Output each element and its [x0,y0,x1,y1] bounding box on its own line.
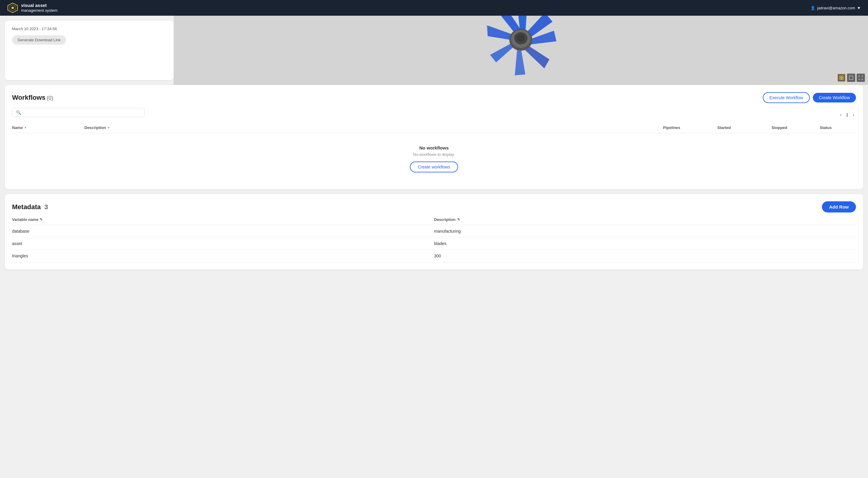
svg-rect-13 [842,78,843,79]
empty-subtitle: No workflows to display. [17,152,851,157]
logo-icon [7,2,18,13]
search-pagination-row: 🔍 ‹ 1 › [12,108,856,122]
svg-rect-14 [849,76,853,79]
workflows-section: Workflows (0) Execute Workflow Create Wo… [5,85,863,189]
execute-workflow-button[interactable]: Execute Workflow [763,92,810,103]
meta-description-1: blades [434,241,856,246]
variable-edit-icon[interactable]: ✎ [40,218,42,222]
description-edit-icon[interactable]: ✎ [457,218,460,222]
page-number: 1 [846,113,848,117]
workflows-search-input[interactable] [24,110,141,115]
create-workflows-link-button[interactable]: Create workflows [410,162,458,172]
svg-point-2 [11,7,14,9]
3d-viewer [174,16,868,85]
workflows-empty-state: No workflows No workflows to display. Cr… [12,136,856,182]
col-pipelines: Pipelines [663,125,717,130]
user-menu[interactable]: 👤 jadravi@amazon.com ▼ [810,6,861,10]
metadata-title-group: Metadata 3 [12,203,48,211]
metadata-section: Metadata 3 Add Row Variable name ✎ Descr… [5,194,863,269]
top-section: March 10 2023 - 17:34:56 Generate Downlo… [0,16,868,85]
single-view-button[interactable] [847,73,855,82]
fullscreen-button[interactable] [857,73,865,82]
metadata-title: Metadata [12,203,41,211]
create-workflow-button[interactable]: Create Workflow [813,93,856,102]
next-page-button[interactable]: › [851,111,856,118]
workflows-header: Workflows (0) Execute Workflow Create Wo… [12,92,856,103]
side-panel: March 10 2023 - 17:34:56 Generate Downlo… [5,21,174,80]
user-email: jadravi@amazon.com [817,6,855,10]
add-row-button[interactable]: Add Row [822,201,856,213]
main-content: March 10 2023 - 17:34:56 Generate Downlo… [0,16,868,279]
content-area: Workflows (0) Execute Workflow Create Wo… [0,85,868,279]
workflows-title-group: Workflows (0) [12,94,53,102]
workflows-table-header: Name ▼ Description ▼ Pipelines Started S… [12,125,856,133]
pagination: ‹ 1 › [838,111,856,118]
meta-variable-2: triangles [12,253,434,258]
prev-page-button[interactable]: ‹ [838,111,844,118]
description-sort-icon[interactable]: ▼ [107,126,110,129]
meta-col-description: Description ✎ [434,217,856,222]
logo-text: visual asset management system [21,2,58,13]
metadata-row-2: triangles 300 [12,250,856,262]
workflows-title: Workflows [12,94,45,101]
workflows-count: (0) [47,95,53,101]
3d-model-svg [478,16,563,85]
metadata-count: 3 [44,203,48,211]
col-started: Started [717,125,772,130]
metadata-table-header: Variable name ✎ Description ✎ [12,217,856,225]
3d-viewport [174,16,868,85]
col-status: Status [820,125,856,130]
meta-variable-1: asset [12,241,434,246]
meta-variable-0: database [12,229,434,233]
metadata-row-1: asset blades [12,237,856,250]
empty-title: No workflows [17,145,851,150]
metadata-row-0: database manufacturing [12,225,856,237]
viewer-controls [837,73,865,82]
search-icon: 🔍 [16,110,21,115]
col-description: Description ▼ [84,125,663,130]
user-icon: 👤 [810,6,815,10]
asset-date: March 10 2023 - 17:34:56 [12,27,166,31]
col-stopped: Stopped [772,125,820,130]
col-name: Name ▼ [12,125,84,130]
generate-download-link-button[interactable]: Generate Download Link [12,35,66,44]
name-sort-icon[interactable]: ▼ [24,126,27,129]
workflows-search-bar[interactable]: 🔍 [12,108,145,117]
svg-rect-12 [840,78,841,79]
metadata-header: Metadata 3 Add Row [12,201,856,213]
meta-description-0: manufacturing [434,229,856,233]
logo: visual asset management system [7,2,58,13]
workflows-actions: Execute Workflow Create Workflow [763,92,856,103]
grid-view-button[interactable] [837,73,846,82]
svg-rect-10 [840,76,841,77]
chevron-down-icon: ▼ [857,6,861,10]
svg-rect-11 [842,76,843,77]
meta-col-variable: Variable name ✎ [12,217,434,222]
app-header: visual asset management system 👤 jadravi… [0,0,868,16]
svg-point-9 [517,34,525,42]
meta-description-2: 300 [434,253,856,258]
